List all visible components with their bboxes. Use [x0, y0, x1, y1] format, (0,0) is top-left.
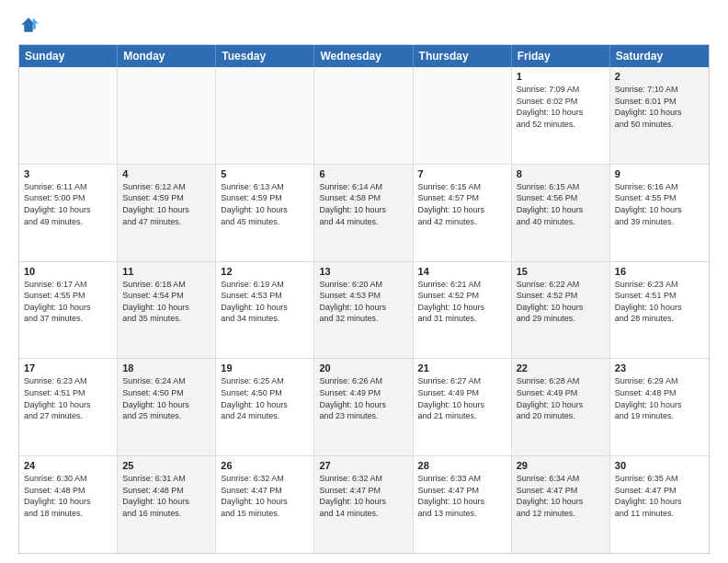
header-day-friday: Friday: [512, 45, 610, 67]
calendar-cell-17: 17Sunrise: 6:23 AMSunset: 4:51 PMDayligh…: [19, 359, 118, 455]
calendar-cell-27: 27Sunrise: 6:32 AMSunset: 4:47 PMDayligh…: [314, 456, 413, 553]
calendar-body: 1Sunrise: 7:09 AMSunset: 6:02 PMDaylight…: [19, 67, 709, 553]
cell-info: Sunrise: 6:23 AMSunset: 4:51 PMDaylight:…: [24, 375, 112, 421]
cell-info: Sunrise: 6:33 AMSunset: 4:47 PMDaylight:…: [418, 473, 506, 519]
logo: [18, 15, 42, 35]
header-day-sunday: Sunday: [19, 45, 118, 67]
calendar-row-0: 1Sunrise: 7:09 AMSunset: 6:02 PMDaylight…: [19, 67, 709, 165]
calendar-row-2: 10Sunrise: 6:17 AMSunset: 4:55 PMDayligh…: [19, 262, 709, 360]
cell-info: Sunrise: 6:11 AMSunset: 5:00 PMDaylight:…: [24, 181, 112, 227]
cell-info: Sunrise: 6:15 AMSunset: 4:57 PMDaylight:…: [418, 181, 506, 227]
header: [18, 15, 710, 35]
cell-info: Sunrise: 6:21 AMSunset: 4:52 PMDaylight:…: [418, 279, 506, 325]
cell-info: Sunrise: 6:34 AMSunset: 4:47 PMDaylight:…: [517, 473, 605, 519]
header-day-monday: Monday: [118, 45, 216, 67]
day-number: 16: [615, 266, 704, 277]
cell-info: Sunrise: 6:31 AMSunset: 4:48 PMDaylight:…: [122, 473, 210, 519]
cell-info: Sunrise: 6:14 AMSunset: 4:58 PMDaylight:…: [319, 181, 407, 227]
calendar-row-4: 24Sunrise: 6:30 AMSunset: 4:48 PMDayligh…: [19, 456, 709, 553]
calendar-row-3: 17Sunrise: 6:23 AMSunset: 4:51 PMDayligh…: [19, 359, 709, 456]
calendar-cell-10: 10Sunrise: 6:17 AMSunset: 4:55 PMDayligh…: [19, 262, 118, 359]
calendar-cell-4: 4Sunrise: 6:12 AMSunset: 4:59 PMDaylight…: [118, 165, 216, 261]
cell-info: Sunrise: 6:29 AMSunset: 4:48 PMDaylight:…: [615, 375, 704, 421]
calendar-cell-29: 29Sunrise: 6:34 AMSunset: 4:47 PMDayligh…: [512, 456, 610, 553]
day-number: 19: [221, 362, 309, 373]
day-number: 12: [221, 266, 309, 277]
day-number: 25: [122, 460, 210, 471]
calendar-cell-13: 13Sunrise: 6:20 AMSunset: 4:53 PMDayligh…: [314, 262, 413, 359]
calendar-cell-empty-0-1: [118, 67, 216, 164]
cell-info: Sunrise: 6:32 AMSunset: 4:47 PMDaylight:…: [221, 473, 309, 519]
calendar-cell-15: 15Sunrise: 6:22 AMSunset: 4:52 PMDayligh…: [512, 262, 610, 359]
cell-info: Sunrise: 6:27 AMSunset: 4:49 PMDaylight:…: [418, 375, 506, 421]
calendar-cell-empty-0-0: [19, 67, 118, 164]
day-number: 1: [517, 71, 605, 82]
calendar-cell-24: 24Sunrise: 6:30 AMSunset: 4:48 PMDayligh…: [19, 456, 118, 553]
day-number: 22: [517, 362, 605, 373]
header-day-tuesday: Tuesday: [216, 45, 314, 67]
day-number: 14: [418, 266, 506, 277]
page: SundayMondayTuesdayWednesdayThursdayFrid…: [0, 0, 728, 563]
calendar-cell-26: 26Sunrise: 6:32 AMSunset: 4:47 PMDayligh…: [216, 456, 314, 553]
day-number: 2: [615, 71, 704, 82]
calendar-cell-6: 6Sunrise: 6:14 AMSunset: 4:58 PMDaylight…: [314, 165, 413, 261]
cell-info: Sunrise: 6:22 AMSunset: 4:52 PMDaylight:…: [517, 279, 605, 325]
day-number: 21: [418, 362, 506, 373]
day-number: 26: [221, 460, 309, 471]
day-number: 7: [418, 168, 506, 179]
cell-info: Sunrise: 6:30 AMSunset: 4:48 PMDaylight:…: [24, 473, 112, 519]
calendar-cell-empty-0-3: [314, 67, 413, 164]
calendar-cell-empty-0-2: [216, 67, 314, 164]
calendar-header: SundayMondayTuesdayWednesdayThursdayFrid…: [19, 45, 709, 67]
calendar-cell-2: 2Sunrise: 7:10 AMSunset: 6:01 PMDaylight…: [610, 67, 709, 164]
header-day-wednesday: Wednesday: [314, 45, 413, 67]
calendar-cell-1: 1Sunrise: 7:09 AMSunset: 6:02 PMDaylight…: [512, 67, 610, 164]
calendar-cell-12: 12Sunrise: 6:19 AMSunset: 4:53 PMDayligh…: [216, 262, 314, 359]
cell-info: Sunrise: 6:25 AMSunset: 4:50 PMDaylight:…: [221, 375, 309, 421]
calendar-cell-25: 25Sunrise: 6:31 AMSunset: 4:48 PMDayligh…: [118, 456, 216, 553]
day-number: 30: [615, 460, 704, 471]
cell-info: Sunrise: 6:15 AMSunset: 4:56 PMDaylight:…: [517, 181, 605, 227]
cell-info: Sunrise: 6:24 AMSunset: 4:50 PMDaylight:…: [122, 375, 210, 421]
day-number: 13: [319, 266, 407, 277]
calendar-cell-20: 20Sunrise: 6:26 AMSunset: 4:49 PMDayligh…: [314, 359, 413, 455]
day-number: 20: [319, 362, 407, 373]
day-number: 17: [24, 362, 112, 373]
calendar-cell-19: 19Sunrise: 6:25 AMSunset: 4:50 PMDayligh…: [216, 359, 314, 455]
calendar-cell-21: 21Sunrise: 6:27 AMSunset: 4:49 PMDayligh…: [414, 359, 512, 455]
calendar-cell-7: 7Sunrise: 6:15 AMSunset: 4:57 PMDaylight…: [414, 165, 512, 261]
calendar-cell-30: 30Sunrise: 6:35 AMSunset: 4:47 PMDayligh…: [610, 456, 709, 553]
calendar-cell-empty-0-4: [414, 67, 512, 164]
svg-marker-1: [33, 17, 39, 29]
cell-info: Sunrise: 6:16 AMSunset: 4:55 PMDaylight:…: [615, 181, 704, 227]
cell-info: Sunrise: 6:19 AMSunset: 4:53 PMDaylight:…: [221, 279, 309, 325]
day-number: 27: [319, 460, 407, 471]
calendar-cell-22: 22Sunrise: 6:28 AMSunset: 4:49 PMDayligh…: [512, 359, 610, 455]
cell-info: Sunrise: 6:20 AMSunset: 4:53 PMDaylight:…: [319, 279, 407, 325]
cell-info: Sunrise: 6:26 AMSunset: 4:49 PMDaylight:…: [319, 375, 407, 421]
calendar-cell-8: 8Sunrise: 6:15 AMSunset: 4:56 PMDaylight…: [512, 165, 610, 261]
day-number: 24: [24, 460, 112, 471]
cell-info: Sunrise: 6:23 AMSunset: 4:51 PMDaylight:…: [615, 279, 704, 325]
day-number: 29: [517, 460, 605, 471]
cell-info: Sunrise: 6:35 AMSunset: 4:47 PMDaylight:…: [615, 473, 704, 519]
cell-info: Sunrise: 6:13 AMSunset: 4:59 PMDaylight:…: [221, 181, 309, 227]
day-number: 23: [615, 362, 704, 373]
calendar-cell-9: 9Sunrise: 6:16 AMSunset: 4:55 PMDaylight…: [610, 165, 709, 261]
cell-info: Sunrise: 7:09 AMSunset: 6:02 PMDaylight:…: [517, 84, 605, 130]
calendar-cell-14: 14Sunrise: 6:21 AMSunset: 4:52 PMDayligh…: [414, 262, 512, 359]
day-number: 15: [517, 266, 605, 277]
calendar-cell-11: 11Sunrise: 6:18 AMSunset: 4:54 PMDayligh…: [118, 262, 216, 359]
cell-info: Sunrise: 6:28 AMSunset: 4:49 PMDaylight:…: [517, 375, 605, 421]
header-day-thursday: Thursday: [414, 45, 512, 67]
calendar-cell-16: 16Sunrise: 6:23 AMSunset: 4:51 PMDayligh…: [610, 262, 709, 359]
day-number: 18: [122, 362, 210, 373]
calendar: SundayMondayTuesdayWednesdayThursdayFrid…: [18, 44, 710, 554]
cell-info: Sunrise: 6:32 AMSunset: 4:47 PMDaylight:…: [319, 473, 407, 519]
day-number: 28: [418, 460, 506, 471]
cell-info: Sunrise: 6:12 AMSunset: 4:59 PMDaylight:…: [122, 181, 210, 227]
day-number: 9: [615, 168, 704, 179]
day-number: 4: [122, 168, 210, 179]
logo-icon: [18, 15, 39, 35]
day-number: 6: [319, 168, 407, 179]
